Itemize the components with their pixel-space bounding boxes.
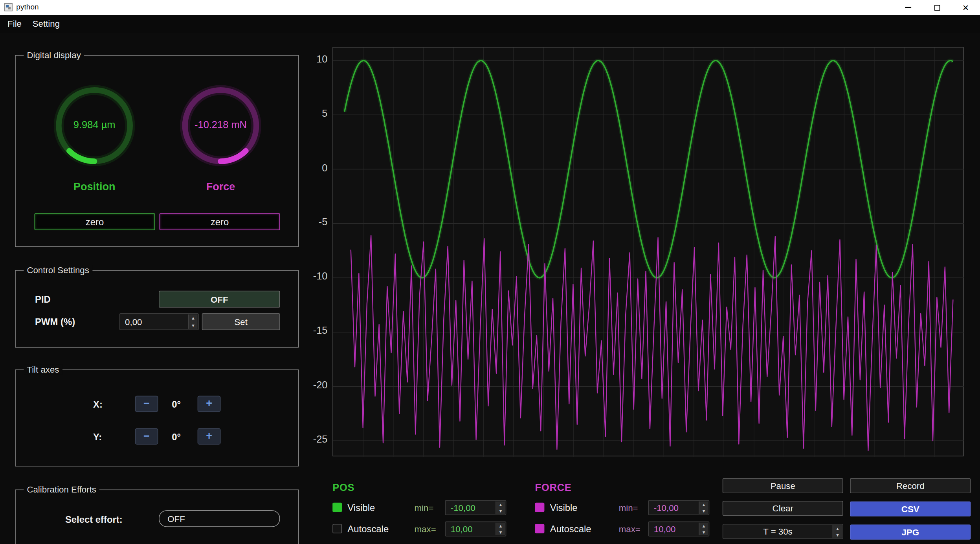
jpg-button[interactable]: JPG bbox=[850, 525, 971, 540]
spin-up-icon[interactable]: ▲ bbox=[189, 314, 197, 322]
spin-down-icon[interactable]: ▼ bbox=[189, 322, 197, 329]
pwm-set-button[interactable]: Set bbox=[202, 313, 280, 330]
plus-icon: + bbox=[206, 398, 212, 410]
app-icon bbox=[4, 3, 13, 11]
time-window-value[interactable]: T = 30s bbox=[723, 525, 832, 538]
pos-autoscale-label: Autoscale bbox=[347, 523, 389, 534]
pos-min-spin-arrows[interactable]: ▲▼ bbox=[496, 502, 505, 514]
maximize-icon bbox=[934, 5, 940, 10]
force-autoscale-label: Autoscale bbox=[550, 523, 591, 534]
spin-down-icon[interactable]: ▼ bbox=[833, 531, 842, 538]
tilt-y-plus-button[interactable]: + bbox=[198, 428, 221, 445]
pwm-spinbox[interactable]: 0,00 ▲▼ bbox=[119, 313, 199, 330]
pos-max-spin-arrows[interactable]: ▲▼ bbox=[496, 523, 505, 535]
force-max-value[interactable]: 10,00 bbox=[654, 522, 676, 536]
tilt-x-value: 0° bbox=[164, 399, 189, 410]
pwm-label: PWM (%) bbox=[35, 316, 75, 327]
record-button[interactable]: Record bbox=[850, 478, 971, 493]
pos-min-spinbox[interactable]: -10,00 ▲▼ bbox=[445, 500, 507, 515]
time-window-spinbox[interactable]: T = 30s ▲▼ bbox=[723, 524, 843, 539]
y-tick-label: 5 bbox=[304, 108, 327, 119]
force-max-spin-arrows[interactable]: ▲▼ bbox=[699, 523, 708, 535]
tilt-x-plus-button[interactable]: + bbox=[198, 396, 221, 412]
effort-dropdown[interactable]: OFF bbox=[159, 510, 280, 527]
force-min-value[interactable]: -10,00 bbox=[654, 501, 679, 515]
force-zero-button[interactable]: zero bbox=[160, 213, 280, 230]
minus-icon: − bbox=[143, 430, 150, 443]
pause-button[interactable]: Pause bbox=[723, 478, 843, 493]
force-min-label: min= bbox=[619, 503, 638, 513]
pwm-spin-arrows[interactable]: ▲▼ bbox=[188, 314, 198, 329]
pwm-value[interactable]: 0,00 bbox=[125, 314, 142, 329]
screen: python ✕ File Setting Digital display 9.… bbox=[0, 0, 980, 544]
force-min-spin-arrows[interactable]: ▲▼ bbox=[699, 502, 708, 514]
effort-dropdown-value: OFF bbox=[167, 514, 185, 524]
force-gauge: -10.218 mN bbox=[180, 85, 262, 167]
spin-up-icon[interactable]: ▲ bbox=[496, 502, 505, 508]
tilt-axes-title: Tilt axes bbox=[24, 364, 62, 374]
spin-up-icon[interactable]: ▲ bbox=[496, 523, 505, 529]
pos-max-label: max= bbox=[415, 524, 436, 534]
tilt-axes-group: Tilt axes X: − 0° + Y: − 0° + bbox=[15, 369, 299, 467]
spin-up-icon[interactable]: ▲ bbox=[699, 523, 708, 529]
maximize-button[interactable] bbox=[923, 0, 951, 15]
tilt-x-label: X: bbox=[93, 399, 103, 410]
close-icon: ✕ bbox=[962, 4, 969, 12]
force-max-label: max= bbox=[619, 524, 640, 534]
pos-section-header: POS bbox=[332, 482, 354, 493]
minimize-button[interactable] bbox=[894, 0, 923, 15]
window-title: python bbox=[16, 2, 39, 11]
position-zero-button[interactable]: zero bbox=[34, 213, 155, 230]
position-value: 9.984 µm bbox=[53, 119, 136, 131]
force-visible-checkbox[interactable] bbox=[535, 503, 545, 512]
y-tick-label: -5 bbox=[304, 217, 327, 228]
y-tick-label: -20 bbox=[304, 380, 327, 391]
plot-canvas[interactable] bbox=[333, 48, 965, 457]
title-bar[interactable]: python ✕ bbox=[0, 0, 980, 15]
pos-max-spinbox[interactable]: 10,00 ▲▼ bbox=[445, 522, 507, 537]
spin-up-icon[interactable]: ▲ bbox=[833, 525, 842, 531]
app-window: python ✕ File Setting Digital display 9.… bbox=[0, 0, 980, 544]
pid-toggle-button[interactable]: OFF bbox=[159, 291, 280, 308]
select-effort-label: Select effort: bbox=[28, 514, 123, 524]
pid-label: PID bbox=[35, 294, 51, 305]
spin-up-icon[interactable]: ▲ bbox=[699, 502, 708, 508]
y-tick-label: 0 bbox=[304, 162, 327, 174]
control-settings-group: Control Settings PID OFF PWM (%) 0,00 ▲▼… bbox=[15, 270, 299, 347]
pos-visible-checkbox[interactable] bbox=[332, 503, 342, 512]
tilt-x-minus-button[interactable]: − bbox=[135, 396, 158, 412]
pos-min-label: min= bbox=[415, 503, 434, 513]
force-visible-label: Visible bbox=[550, 502, 578, 513]
minimize-icon bbox=[905, 7, 911, 8]
tilt-y-label: Y: bbox=[93, 432, 102, 442]
force-value: -10.218 mN bbox=[180, 119, 262, 131]
pos-visible-label: Visible bbox=[347, 502, 375, 513]
force-min-spinbox[interactable]: -10,00 ▲▼ bbox=[648, 500, 709, 515]
force-section-header: FORCE bbox=[535, 482, 572, 493]
spin-down-icon[interactable]: ▼ bbox=[496, 508, 505, 514]
spin-down-icon[interactable]: ▼ bbox=[699, 529, 708, 535]
plus-icon: + bbox=[206, 430, 212, 443]
menu-setting[interactable]: Setting bbox=[29, 18, 63, 30]
position-gauge: 9.984 µm bbox=[53, 85, 136, 167]
plot-area[interactable] bbox=[332, 47, 964, 456]
spin-down-icon[interactable]: ▼ bbox=[496, 529, 505, 535]
calibration-efforts-title: Calibration Efforts bbox=[24, 485, 99, 494]
y-tick-label: -15 bbox=[304, 325, 327, 336]
menu-file[interactable]: File bbox=[4, 18, 26, 30]
csv-button[interactable]: CSV bbox=[850, 502, 971, 516]
minus-icon: − bbox=[143, 398, 150, 410]
pos-max-value[interactable]: 10,00 bbox=[451, 522, 473, 536]
position-gauge-label: Position bbox=[44, 181, 144, 193]
force-max-spinbox[interactable]: 10,00 ▲▼ bbox=[648, 522, 709, 537]
time-spin-arrows[interactable]: ▲▼ bbox=[833, 525, 842, 538]
clear-button[interactable]: Clear bbox=[723, 501, 843, 516]
y-axis-ticks: 1050-5-10-15-20-25 bbox=[304, 47, 327, 456]
pos-min-value[interactable]: -10,00 bbox=[451, 501, 475, 515]
force-autoscale-checkbox[interactable] bbox=[535, 524, 545, 533]
close-button[interactable]: ✕ bbox=[951, 0, 980, 15]
digital-display-title: Digital display bbox=[24, 50, 84, 60]
spin-down-icon[interactable]: ▼ bbox=[699, 508, 708, 514]
tilt-y-minus-button[interactable]: − bbox=[135, 428, 158, 445]
pos-autoscale-checkbox[interactable] bbox=[332, 524, 342, 533]
